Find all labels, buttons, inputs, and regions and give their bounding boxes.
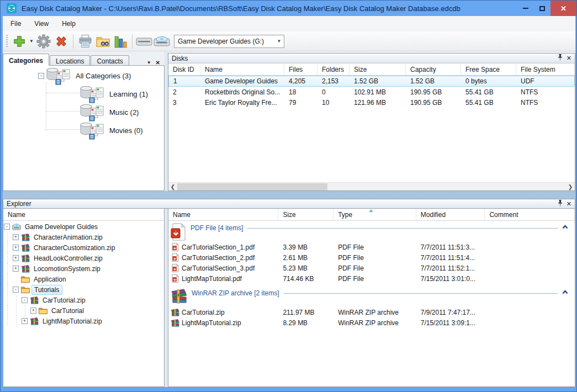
scroll-left-icon[interactable]: ❮ bbox=[168, 184, 177, 190]
tree-node[interactable]: +LightMapTutorial.zip bbox=[3, 316, 164, 326]
drive-button[interactable] bbox=[135, 33, 153, 50]
category-node[interactable]: Music (2) bbox=[80, 103, 139, 121]
file-row[interactable]: CarTutorialSection_2.pdf2.61 MBPDF File7… bbox=[168, 252, 575, 263]
close-panel-icon[interactable]: ✕ bbox=[567, 55, 571, 62]
file-name: LightMapTutorial.zip bbox=[182, 319, 241, 327]
tab-locations[interactable]: Locations bbox=[50, 55, 90, 66]
file-cell: CarTutorial.zip bbox=[168, 308, 278, 317]
pdf-icon bbox=[171, 243, 179, 252]
disk-cell: 1 bbox=[169, 77, 200, 85]
tree-node[interactable]: +HeadLookController.zip bbox=[3, 253, 164, 263]
chevron-up-icon[interactable] bbox=[562, 290, 568, 294]
column-header-name[interactable]: Name bbox=[200, 63, 284, 75]
tree-node[interactable]: +CarTutorial bbox=[3, 305, 164, 316]
collapse-toggle[interactable]: + bbox=[13, 266, 19, 272]
minimize-button[interactable] bbox=[517, 1, 534, 16]
column-header-files[interactable]: Files bbox=[284, 63, 317, 75]
column-header-name[interactable]: Name bbox=[168, 209, 278, 220]
disk-row[interactable]: 1Game Developer Guides4,2052,1531.52 GB1… bbox=[168, 76, 575, 87]
collapse-toggle[interactable]: - bbox=[13, 287, 19, 293]
drive-icon bbox=[136, 35, 152, 48]
tree-node[interactable]: +CharacterCustomization.zip bbox=[3, 242, 164, 253]
file-name: CarTutorial.zip bbox=[182, 309, 225, 316]
maximize-button[interactable] bbox=[534, 1, 550, 16]
file-cell: 7/9/2011 7:47:17... bbox=[416, 309, 485, 316]
file-row[interactable]: CarTutorial.zip211.97 MBWinRAR ZIP archi… bbox=[168, 307, 575, 317]
file-group-header[interactable]: WinRAR ZIP archive [2 items] bbox=[171, 288, 573, 306]
group-label: PDF File [4 items] bbox=[190, 224, 243, 232]
file-group-header[interactable]: PDF File [4 items] bbox=[171, 223, 573, 241]
file-name: CarTutorialSection_2.pdf bbox=[182, 254, 255, 262]
drive-selector-combobox[interactable]: Game Developer Guides (G:)▼ bbox=[174, 35, 284, 48]
menu-file[interactable]: File bbox=[5, 18, 27, 30]
horizontal-scrollbar[interactable]: ❮ ❯ bbox=[168, 182, 575, 190]
collapse-toggle[interactable]: + bbox=[30, 308, 36, 314]
column-header-capacity[interactable]: Capacity bbox=[406, 63, 461, 75]
file-row[interactable]: LightMapTutorial.zip8.29 MBWinRAR ZIP ar… bbox=[168, 317, 575, 328]
tree-node[interactable]: Application bbox=[3, 274, 164, 284]
tree-node[interactable]: -Tutorials bbox=[3, 284, 164, 295]
disk-row[interactable]: 2Rocketbirds Original So...180102.91 MB1… bbox=[168, 87, 575, 97]
column-header-folders[interactable]: Folders bbox=[317, 63, 350, 75]
tree-node[interactable]: +CharacterAnimation.zip bbox=[3, 232, 164, 242]
client-area: FileViewHelp ▼Game Developer Guides (G:)… bbox=[3, 16, 575, 387]
category-node[interactable]: Movies (0) bbox=[80, 121, 143, 140]
tree-node[interactable]: -CarTutorial.zip bbox=[3, 295, 164, 305]
tree-node-label: HeadLookController.zip bbox=[31, 254, 105, 263]
disk-row[interactable]: 3Eric Taylor Royalty Fre...7910121.96 MB… bbox=[168, 97, 575, 108]
collapse-toggle[interactable]: - bbox=[22, 297, 28, 303]
chevron-up-icon[interactable] bbox=[562, 225, 568, 229]
pin-icon[interactable] bbox=[558, 54, 563, 62]
search-button[interactable] bbox=[94, 33, 112, 50]
tab-categories[interactable]: Categories bbox=[3, 54, 49, 66]
category-node[interactable]: Learning (1) bbox=[80, 85, 148, 103]
column-header-file-system[interactable]: File System bbox=[516, 63, 575, 75]
file-cell: CarTutorialSection_3.pdf bbox=[168, 264, 278, 273]
close-button[interactable]: ✕ bbox=[550, 1, 576, 16]
column-header-free-space[interactable]: Free Space bbox=[461, 63, 516, 75]
title-bar[interactable]: Easy Disk Catalog Maker - C:\Users\Ravi.… bbox=[1, 1, 576, 16]
file-cell: LightMapTutorial.pdf bbox=[168, 274, 278, 283]
category-node-root[interactable]: -All Categories (3) bbox=[38, 67, 131, 85]
pin-icon[interactable] bbox=[558, 200, 563, 208]
column-header-size[interactable]: Size bbox=[278, 209, 334, 220]
add-dropdown-button[interactable]: ▼ bbox=[28, 33, 35, 50]
collapse-toggle[interactable]: + bbox=[13, 255, 19, 261]
column-header-type[interactable]: Type bbox=[334, 209, 416, 220]
file-name: LightMapTutorial.pdf bbox=[182, 275, 242, 283]
collapse-toggle[interactable]: + bbox=[13, 245, 19, 251]
drive-eject-button[interactable] bbox=[153, 33, 171, 50]
settings-button[interactable] bbox=[35, 33, 52, 50]
collapse-toggle[interactable]: + bbox=[13, 234, 19, 240]
collapse-toggle[interactable]: + bbox=[22, 318, 28, 324]
statistics-button[interactable] bbox=[112, 33, 129, 50]
chevron-down-icon[interactable]: ▼ bbox=[147, 60, 151, 65]
scroll-right-icon[interactable]: ❯ bbox=[566, 184, 575, 190]
print-button[interactable] bbox=[76, 33, 94, 50]
file-row[interactable]: CarTutorialSection_1.pdf3.39 MBPDF File7… bbox=[168, 242, 575, 252]
explorer-title: Explorer bbox=[7, 200, 31, 208]
column-header-disk-id[interactable]: Disk ID bbox=[168, 63, 200, 75]
menu-help[interactable]: Help bbox=[56, 18, 81, 30]
category-icon bbox=[80, 122, 106, 140]
delete-button[interactable] bbox=[52, 33, 70, 50]
tree-node[interactable]: -Game Developer Guides bbox=[3, 221, 164, 232]
tree-guide bbox=[21, 305, 30, 316]
toolbar-grip[interactable] bbox=[6, 35, 8, 48]
file-row[interactable]: LightMapTutorial.pdf714.46 KBPDF File7/1… bbox=[168, 273, 575, 284]
collapse-toggle[interactable]: - bbox=[38, 73, 44, 79]
add-button[interactable] bbox=[10, 33, 28, 50]
column-header-modified[interactable]: Modified bbox=[416, 209, 485, 220]
tree-column-header[interactable]: Name bbox=[3, 209, 164, 221]
scrollbar-thumb[interactable] bbox=[177, 183, 327, 190]
collapse-toggle[interactable]: - bbox=[4, 224, 10, 230]
tab-contacts[interactable]: Contacts bbox=[91, 55, 129, 66]
menu-view[interactable]: View bbox=[29, 18, 54, 30]
column-header-comment[interactable]: Comment bbox=[485, 209, 575, 220]
file-row[interactable]: CarTutorialSection_3.pdf5.23 MBPDF File7… bbox=[168, 263, 575, 273]
column-header-size[interactable]: Size bbox=[350, 63, 406, 75]
horizontal-splitter[interactable] bbox=[3, 191, 575, 199]
tree-node[interactable]: +LocomotionSystem.zip bbox=[3, 263, 164, 274]
close-panel-icon[interactable]: ✕ bbox=[567, 200, 571, 208]
tree-guide bbox=[3, 305, 12, 316]
